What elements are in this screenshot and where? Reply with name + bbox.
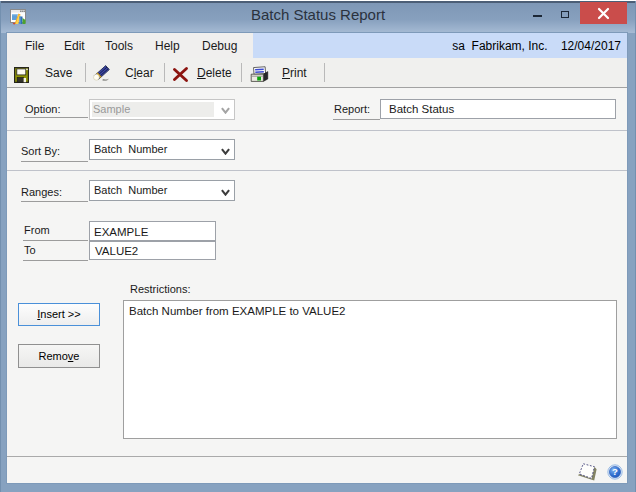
svg-text:?: ? (612, 466, 618, 477)
